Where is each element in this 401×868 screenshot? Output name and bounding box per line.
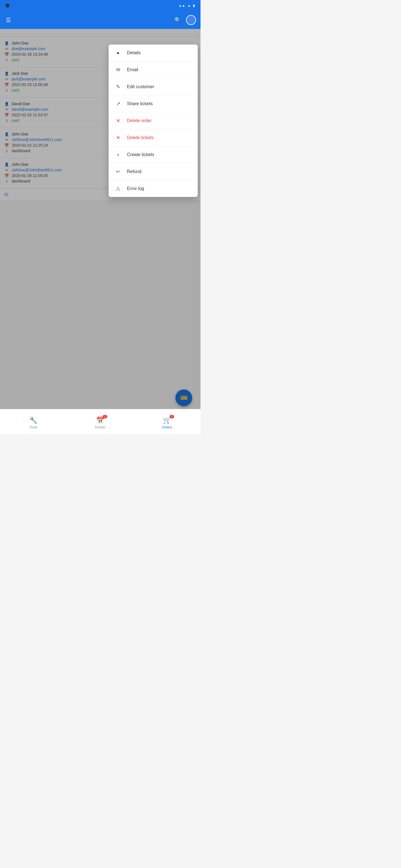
bottom-nav: 🔧 Tools 📅 3 Events 🛒 5 Orders bbox=[0, 409, 200, 434]
nav-badge-orders: 5 bbox=[170, 415, 174, 418]
wifi-icon: ▲ bbox=[188, 4, 191, 7]
nav-icon-tools: 🔧 bbox=[29, 416, 37, 424]
email-icon: ✉ bbox=[114, 66, 122, 74]
details-icon: ● bbox=[114, 49, 122, 57]
menu-item-email[interactable]: ✉ Email bbox=[109, 61, 198, 79]
menu-item-details[interactable]: ● Details bbox=[109, 44, 198, 61]
menu-item-refund[interactable]: ↩ Refund bbox=[109, 163, 198, 180]
nav-label-tools: Tools bbox=[30, 425, 37, 429]
email-label: Email bbox=[127, 67, 138, 72]
delete-order-icon: ✕ bbox=[114, 117, 122, 125]
nav-item-orders[interactable]: 🛒 5 Orders bbox=[134, 409, 200, 434]
search-icon[interactable]: 🔍 bbox=[174, 16, 181, 24]
context-menu: ● Details ✉ Email ✎ Edit customer ↗ Shar… bbox=[109, 44, 198, 197]
create-tickets-label: Create tickets bbox=[127, 152, 154, 157]
status-left bbox=[6, 4, 12, 7]
error-log-icon: ⚠ bbox=[114, 185, 122, 192]
refund-label: Refund bbox=[127, 169, 141, 174]
create-tickets-icon: ＋ bbox=[114, 151, 122, 159]
status-right: ▲▲ ▲ ▮ bbox=[178, 4, 195, 7]
menu-icon[interactable]: ☰ bbox=[4, 16, 12, 24]
status-dot bbox=[6, 4, 9, 7]
delete-order-label: Delete order bbox=[127, 118, 151, 123]
share-tickets-label: Share tickets bbox=[127, 101, 152, 106]
menu-item-delete-tickets[interactable]: ✕ Delete tickets bbox=[109, 129, 198, 146]
edit-customer-label: Edit customer bbox=[127, 84, 154, 89]
menu-item-create-tickets[interactable]: ＋ Create tickets bbox=[109, 146, 198, 163]
menu-item-share-tickets[interactable]: ↗ Share tickets bbox=[109, 95, 198, 113]
refund-icon: ↩ bbox=[114, 168, 122, 176]
app-bar: ☰ 🔍 bbox=[0, 11, 200, 29]
nav-badge-events: 3 bbox=[103, 415, 107, 418]
edit-customer-icon: ✎ bbox=[114, 83, 122, 91]
details-label: Details bbox=[127, 50, 141, 55]
error-log-label: Error log bbox=[127, 186, 144, 191]
delete-tickets-label: Delete tickets bbox=[127, 135, 154, 140]
status-bar: ▲▲ ▲ ▮ bbox=[0, 0, 200, 11]
battery-icon: ▮ bbox=[193, 4, 195, 7]
avatar[interactable] bbox=[186, 15, 196, 25]
signal-icon: ▲▲ bbox=[178, 4, 185, 7]
nav-item-tools[interactable]: 🔧 Tools bbox=[0, 409, 67, 434]
nav-label-orders: Orders bbox=[162, 425, 172, 429]
share-tickets-icon: ↗ bbox=[114, 100, 122, 108]
nav-label-events: Events bbox=[95, 425, 106, 429]
menu-item-delete-order[interactable]: ✕ Delete order bbox=[109, 113, 198, 129]
delete-tickets-icon: ✕ bbox=[114, 134, 122, 142]
menu-item-edit-customer[interactable]: ✎ Edit customer bbox=[109, 79, 198, 95]
menu-item-error-log[interactable]: ⚠ Error log bbox=[109, 180, 198, 197]
nav-item-events[interactable]: 📅 3 Events bbox=[67, 409, 134, 434]
